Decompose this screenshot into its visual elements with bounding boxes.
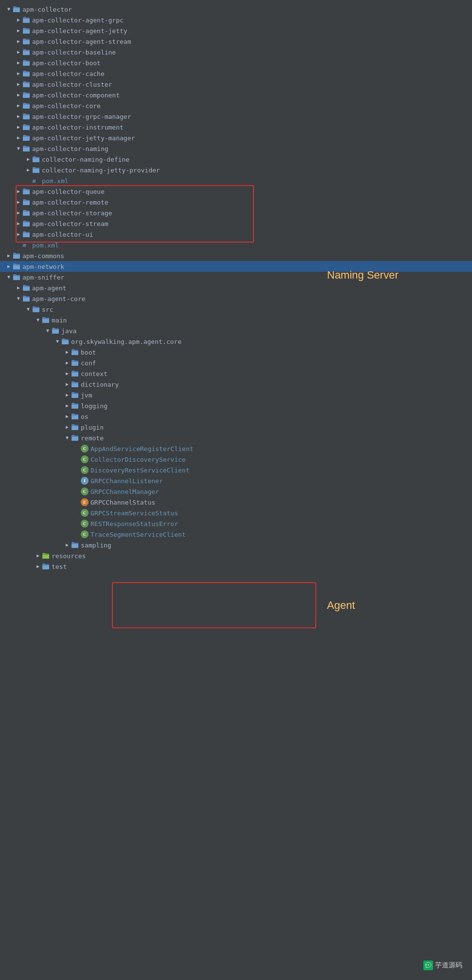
tree-item-apm-commons[interactable]: apm-commons — [0, 250, 472, 261]
tree-item-sampling[interactable]: sampling — [0, 540, 472, 550]
tree-item-apm-collector-ui[interactable]: apm-collector-ui — [0, 229, 472, 240]
expand-arrow[interactable] — [15, 59, 22, 67]
tree-item-test[interactable]: test — [0, 561, 472, 572]
expand-arrow[interactable] — [34, 316, 42, 324]
expand-arrow[interactable] — [15, 91, 22, 99]
expand-arrow[interactable] — [15, 284, 22, 292]
expand-arrow[interactable] — [63, 391, 71, 399]
tree-item-CollectorDiscoveryService[interactable]: CCollectorDiscoveryService — [0, 454, 472, 465]
tree-item-apm-collector-agent-grpc[interactable]: apm-collector-agent-grpc — [0, 15, 472, 25]
tree-item-pom-collector[interactable]: mpom.xml — [0, 240, 472, 250]
tree-item-DiscoveryRestServiceClient[interactable]: CDiscoveryRestServiceClient — [0, 465, 472, 475]
tree-item-src[interactable]: src — [0, 304, 472, 315]
tree-item-pom-naming[interactable]: mpom.xml — [0, 175, 472, 186]
tree-item-apm-collector-cache[interactable]: apm-collector-cache — [0, 68, 472, 79]
tree-item-apm-collector-jetty-manager[interactable]: apm-collector-jetty-manager — [0, 132, 472, 143]
tree-item-GRPCChannelManager[interactable]: CGRPCChannelManager — [0, 486, 472, 497]
expand-arrow[interactable] — [34, 552, 42, 560]
tree-item-apm-agent-core[interactable]: apm-agent-core — [0, 293, 472, 304]
expand-arrow[interactable] — [5, 263, 13, 270]
tree-item-apm-network[interactable]: apm-network — [0, 261, 472, 272]
expand-arrow[interactable] — [15, 145, 22, 152]
tree-item-jvm[interactable]: jvm — [0, 390, 472, 400]
expand-arrow[interactable] — [24, 155, 32, 163]
tree-item-apm-sniffer[interactable]: apm-sniffer — [0, 272, 472, 283]
expand-arrow[interactable] — [63, 359, 71, 367]
expand-arrow[interactable] — [63, 413, 71, 420]
tree-item-apm-collector-stream[interactable]: apm-collector-stream — [0, 218, 472, 229]
expand-arrow[interactable] — [63, 434, 71, 442]
expand-arrow[interactable] — [63, 423, 71, 431]
expand-arrow[interactable] — [15, 198, 22, 206]
expand-arrow[interactable] — [63, 380, 71, 388]
expand-arrow[interactable] — [63, 370, 71, 377]
tree-item-java[interactable]: java — [0, 325, 472, 336]
expand-arrow[interactable] — [54, 338, 61, 345]
tree-item-collector-naming-define[interactable]: collector-naming-define — [0, 154, 472, 165]
tree-item-org-skywalking[interactable]: org.skywalking.apm.agent.core — [0, 336, 472, 347]
tree-item-apm-collector-cluster[interactable]: apm-collector-cluster — [0, 79, 472, 90]
tree-item-resources[interactable]: resources — [0, 550, 472, 561]
tree-item-apm-collector-component[interactable]: apm-collector-component — [0, 90, 472, 100]
tree-item-apm-collector-agent-stream[interactable]: apm-collector-agent-stream — [0, 36, 472, 47]
tree-item-apm-collector-core[interactable]: apm-collector-core — [0, 100, 472, 111]
tree-item-TraceSegmentServiceClient[interactable]: CTraceSegmentServiceClient — [0, 529, 472, 540]
expand-arrow[interactable] — [15, 16, 22, 24]
tree-item-boot[interactable]: boot — [0, 347, 472, 358]
expand-arrow[interactable] — [15, 230, 22, 238]
tree-item-logging[interactable]: logging — [0, 400, 472, 411]
item-label: apm-collector-agent-stream — [32, 38, 131, 45]
expand-arrow[interactable] — [34, 563, 42, 570]
expand-arrow[interactable] — [63, 541, 71, 549]
tree-item-os[interactable]: os — [0, 411, 472, 422]
expand-arrow[interactable] — [15, 38, 22, 45]
expand-arrow[interactable] — [15, 70, 22, 77]
tree-item-collector-naming-jetty-provider[interactable]: collector-naming-jetty-provider — [0, 165, 472, 175]
tree-item-GRPCChannelListener[interactable]: IGRPCChannelListener — [0, 475, 472, 486]
expand-arrow[interactable] — [15, 220, 22, 227]
expand-arrow[interactable] — [15, 134, 22, 142]
tree-item-apm-collector-instrument[interactable]: apm-collector-instrument — [0, 122, 472, 132]
tree-item-apm-agent[interactable]: apm-agent — [0, 283, 472, 293]
folder-icon — [13, 273, 20, 281]
expand-arrow[interactable] — [63, 348, 71, 356]
tree-item-apm-collector-boot[interactable]: apm-collector-boot — [0, 57, 472, 68]
expand-arrow[interactable] — [15, 27, 22, 35]
tree-item-apm-collector-remote[interactable]: apm-collector-remote — [0, 197, 472, 207]
tree-item-apm-collector[interactable]: apm-collector — [0, 4, 472, 15]
expand-arrow[interactable] — [15, 48, 22, 56]
expand-arrow[interactable] — [63, 402, 71, 410]
tree-item-apm-collector-baseline[interactable]: apm-collector-baseline — [0, 47, 472, 57]
expand-arrow[interactable] — [24, 305, 32, 313]
expand-arrow[interactable] — [5, 5, 13, 13]
pom-icon: m — [22, 242, 30, 248]
expand-arrow[interactable] — [5, 273, 13, 281]
tree-item-GRPCStreamServiceStatus[interactable]: CGRPCStreamServiceStatus — [0, 508, 472, 518]
tree-item-dictionary[interactable]: dictionary — [0, 379, 472, 390]
expand-arrow[interactable] — [15, 80, 22, 88]
tree-item-apm-collector-storage[interactable]: apm-collector-storage — [0, 207, 472, 218]
tree-item-GRPCChannelStatus[interactable]: EGRPCChannelStatus — [0, 497, 472, 508]
expand-arrow[interactable] — [15, 209, 22, 217]
tree-item-plugin[interactable]: plugin — [0, 422, 472, 433]
tree-item-remote[interactable]: remote — [0, 433, 472, 443]
expand-arrow[interactable] — [24, 166, 32, 174]
expand-arrow[interactable] — [15, 295, 22, 302]
tree-item-apm-collector-queue[interactable]: apm-collector-queue — [0, 186, 472, 197]
expand-arrow[interactable] — [44, 327, 52, 335]
expand-arrow[interactable] — [15, 102, 22, 110]
item-label: src — [42, 306, 53, 313]
tree-item-apm-collector-grpc-manager[interactable]: apm-collector-grpc-manager — [0, 111, 472, 122]
tree-item-conf[interactable]: conf — [0, 358, 472, 368]
expand-arrow[interactable] — [15, 113, 22, 120]
tree-item-AppAndServiceRegisterClient[interactable]: CAppAndServiceRegisterClient — [0, 443, 472, 454]
tree-item-apm-collector-agent-jetty[interactable]: apm-collector-agent-jetty — [0, 25, 472, 36]
expand-arrow[interactable] — [5, 252, 13, 260]
expand-arrow[interactable] — [15, 188, 22, 195]
tree-item-main[interactable]: main — [0, 315, 472, 325]
tree-item-context[interactable]: context — [0, 368, 472, 379]
class-icon: C — [81, 530, 89, 538]
tree-item-apm-collector-naming[interactable]: apm-collector-naming — [0, 143, 472, 154]
tree-item-RESTResponseStatusError[interactable]: CRESTResponseStatusError — [0, 518, 472, 529]
expand-arrow[interactable] — [15, 123, 22, 131]
